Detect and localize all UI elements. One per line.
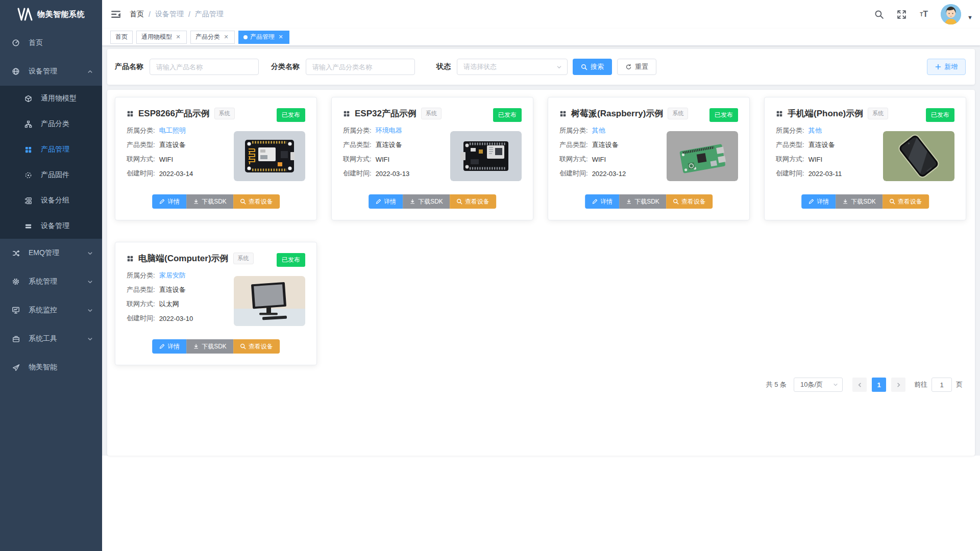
font-size-icon[interactable]: TT — [915, 4, 933, 24]
sidebar-item-system-tools[interactable]: 系统工具 — [0, 324, 102, 353]
next-page-button[interactable] — [891, 378, 905, 392]
category-link[interactable]: 环境电器 — [376, 126, 402, 135]
field-value: 2022-03-10 — [159, 315, 193, 322]
category-link[interactable]: 家居安防 — [159, 271, 186, 280]
field-label: 创建时间: — [127, 169, 155, 178]
search-icon — [889, 198, 895, 205]
field-value: 2022-03-12 — [592, 170, 626, 178]
field-label: 所属分类: — [559, 126, 588, 135]
field-value: WIFI — [592, 156, 606, 163]
category-link[interactable]: 其他 — [592, 126, 605, 135]
breadcrumb-home[interactable]: 首页 — [130, 10, 144, 19]
view-devices-button[interactable]: 查看设备 — [883, 194, 929, 209]
field-value: 2022-03-14 — [159, 170, 193, 178]
product-name-label: 产品名称 — [115, 62, 143, 71]
product-name-input[interactable] — [150, 59, 259, 75]
sidebar-item-device-manage[interactable]: 设备管理 — [0, 213, 102, 239]
sidebar-item-device-management[interactable]: 设备管理 — [0, 57, 102, 86]
sidebar-item-product-category[interactable]: 产品分类 — [0, 111, 102, 137]
download-icon — [409, 198, 415, 205]
category-name-input[interactable] — [306, 59, 415, 75]
field-value: 直连设备 — [159, 285, 186, 294]
download-sdk-button[interactable]: 下载SDK — [619, 194, 666, 209]
sidebar-item-label: 通用物模型 — [41, 94, 77, 103]
chevron-down-icon — [833, 382, 838, 387]
field-value: 直连设备 — [159, 140, 186, 149]
goto-page-input[interactable] — [932, 378, 952, 392]
tab-product-management[interactable]: 产品管理 ✕ — [238, 31, 289, 44]
field-value: 以太网 — [159, 299, 179, 309]
sidebar-item-home[interactable]: 首页 — [0, 29, 102, 57]
shuffle-icon — [10, 249, 21, 257]
view-devices-button[interactable]: 查看设备 — [666, 194, 713, 209]
close-icon[interactable]: ✕ — [277, 34, 284, 41]
logo-icon — [17, 8, 33, 21]
plus-icon — [935, 64, 941, 70]
detail-button[interactable]: 详情 — [801, 194, 836, 209]
grid-icon — [127, 255, 134, 262]
product-title: 树莓派(Raspberry)示例 — [571, 108, 663, 119]
edit-icon — [592, 198, 598, 205]
detail-button[interactable]: 详情 — [369, 194, 403, 209]
firmware-icon — [22, 171, 34, 179]
download-sdk-button[interactable]: 下载SDK — [186, 194, 233, 209]
sidebar-item-system-monitor[interactable]: 系统监控 — [0, 296, 102, 324]
page-size-select[interactable]: 10条/页 — [794, 378, 843, 392]
view-devices-button[interactable]: 查看设备 — [233, 339, 280, 354]
view-devices-button[interactable]: 查看设备 — [450, 194, 496, 209]
add-button[interactable]: 新增 — [927, 59, 966, 75]
view-devices-button[interactable]: 查看设备 — [233, 194, 280, 209]
close-icon[interactable]: ✕ — [175, 34, 182, 41]
app-logo[interactable]: 物美智能系统 — [0, 0, 102, 29]
cube-icon — [22, 95, 34, 103]
sidebar-item-label: 产品固件 — [41, 170, 69, 180]
download-sdk-button[interactable]: 下载SDK — [403, 194, 450, 209]
breadcrumb: 首页 / 设备管理 / 产品管理 — [130, 10, 224, 19]
chevron-down-icon — [87, 279, 93, 285]
field-value: 直连设备 — [376, 140, 402, 149]
caret-down-icon[interactable]: ▼ — [967, 14, 973, 20]
search-icon[interactable] — [870, 4, 888, 24]
download-icon — [626, 198, 632, 205]
category-link[interactable]: 其他 — [808, 126, 822, 135]
detail-button[interactable]: 详情 — [585, 194, 619, 209]
sidebar-item-product-management[interactable]: 产品管理 — [0, 137, 102, 162]
reset-button[interactable]: 重置 — [617, 59, 656, 75]
sidebar-item-label: 系统管理 — [29, 277, 57, 286]
sidebar-item-system-management[interactable]: 系统管理 — [0, 267, 102, 296]
sidebar-item-thing-model[interactable]: 通用物模型 — [0, 86, 102, 111]
esp32-board-image — [450, 131, 522, 181]
chevron-down-icon — [556, 64, 562, 70]
field-label: 产品类型: — [127, 285, 155, 294]
main-area: 首页 / 设备管理 / 产品管理 TT ▼ 首页 通用物模型 ✕ — [102, 0, 980, 456]
fullscreen-icon[interactable] — [893, 4, 910, 24]
sidebar-item-emq[interactable]: EMQ管理 — [0, 239, 102, 267]
tab-home[interactable]: 首页 — [110, 31, 133, 44]
sidebar-item-product-firmware[interactable]: 产品固件 — [0, 162, 102, 188]
prev-page-button[interactable] — [852, 378, 867, 392]
hamburger-icon[interactable] — [110, 9, 121, 20]
product-cards: ESP8266产品示例 系统 已发布 所属分类:电工照明 产品类型:直连设备 联… — [115, 97, 967, 365]
search-button[interactable]: 搜索 — [573, 59, 612, 75]
user-avatar[interactable] — [941, 4, 961, 24]
close-icon[interactable]: ✕ — [223, 34, 230, 41]
tab-thing-model[interactable]: 通用物模型 ✕ — [136, 31, 187, 44]
sidebar-item-device-group[interactable]: 设备分组 — [0, 188, 102, 213]
category-link[interactable]: 电工照明 — [159, 126, 186, 135]
field-label: 联网方式: — [343, 155, 372, 164]
detail-button[interactable]: 详情 — [152, 194, 186, 209]
tab-product-category[interactable]: 产品分类 ✕ — [190, 31, 235, 44]
tags-view: 首页 通用物模型 ✕ 产品分类 ✕ 产品管理 ✕ — [102, 29, 980, 46]
sidebar-item-label: 首页 — [29, 38, 43, 47]
sidebar-item-wumei-smart[interactable]: 物美智能 — [0, 353, 102, 382]
download-sdk-button[interactable]: 下载SDK — [186, 339, 233, 354]
system-tag: 系统 — [214, 108, 235, 119]
status-select[interactable]: 请选择状态 — [457, 59, 568, 75]
gear-icon — [10, 278, 21, 286]
detail-button[interactable]: 详情 — [152, 339, 186, 354]
field-label: 所属分类: — [127, 271, 155, 280]
breadcrumb-separator: / — [149, 10, 151, 18]
page-number-1[interactable]: 1 — [872, 378, 886, 392]
download-sdk-button[interactable]: 下载SDK — [836, 194, 883, 209]
chevron-left-icon — [857, 382, 863, 388]
